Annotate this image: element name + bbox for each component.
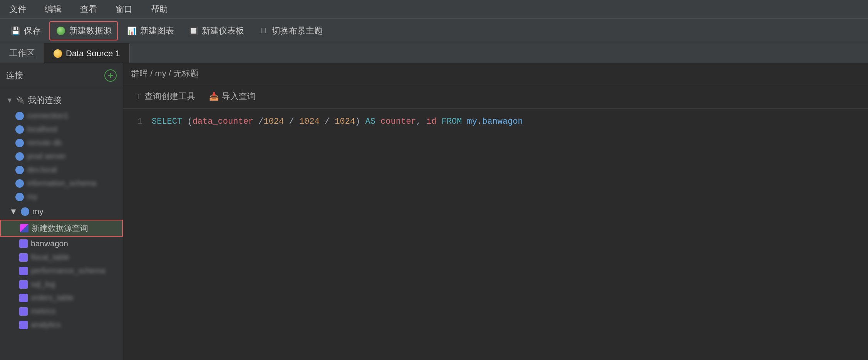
content-area: 群晖 / my / 无标题 ⊤ 查询创建工具 📥 导入查询 1 SELECT (…: [123, 63, 868, 360]
connection-item-4[interactable]: prod server: [0, 150, 123, 163]
save-button[interactable]: 💾 保存: [5, 22, 46, 40]
new-dashboard-button[interactable]: 🔲 新建仪表板: [183, 22, 250, 40]
connection-name-2: localhost: [27, 125, 57, 134]
sidebar: 连接 + ▼ 🔌 我的连接 connection1 localhost: [0, 63, 123, 360]
new-dashboard-label: 新建仪表板: [202, 25, 244, 37]
db-icon-7: [15, 193, 24, 201]
toolbar: 💾 保存 新建数据源 📊 新建图表 🔲 新建仪表板 🖥 切换布景主题: [0, 19, 868, 43]
menu-edit[interactable]: 编辑: [42, 2, 65, 17]
datasource-tab-icon: [54, 49, 62, 58]
connection-name-4: prod server: [27, 152, 66, 161]
connection-name-3: remote db: [27, 138, 62, 147]
table-icon-6: [19, 307, 28, 316]
new-dashboard-icon: 🔲: [188, 25, 199, 36]
connection-name-1: connection1: [27, 111, 69, 120]
table-item-3[interactable]: performance_schema: [0, 264, 123, 278]
db-expand-icon: ▼: [9, 207, 18, 217]
sidebar-header: 连接 +: [0, 63, 123, 88]
table-name-2: fiscal_table: [31, 253, 69, 262]
connections-folder-icon: 🔌: [16, 96, 25, 104]
sql-editor[interactable]: 1 SELECT (data_counter /1024 / 1024 / 10…: [123, 109, 868, 360]
workspace-tab-label: 工作区: [9, 47, 35, 59]
connection-item-3[interactable]: remote db: [0, 136, 123, 150]
new-datasource-button[interactable]: 新建数据源: [49, 21, 118, 40]
switch-theme-label: 切换布景主题: [272, 25, 323, 37]
tab-workspace[interactable]: 工作区: [0, 43, 44, 63]
db-icon-5: [15, 166, 24, 174]
new-query-icon: [20, 224, 28, 232]
code-line-1: 1 SELECT (data_counter /1024 / 1024 / 10…: [131, 115, 860, 128]
menubar: 文件 编辑 查看 窗口 帮助: [0, 0, 868, 19]
new-datasource-label: 新建数据源: [69, 25, 112, 37]
add-icon: +: [108, 70, 113, 81]
main-layout: 连接 + ▼ 🔌 我的连接 connection1 localhost: [0, 63, 868, 360]
table-item-5[interactable]: orders_table: [0, 291, 123, 304]
db-icon-1: [15, 112, 24, 120]
connection-item-7[interactable]: my: [0, 190, 123, 204]
breadcrumb-text: 群晖 / my / 无标题: [131, 69, 199, 78]
table-item-2[interactable]: fiscal_table: [0, 251, 123, 264]
new-query-label: 新建数据源查询: [32, 223, 88, 234]
table-name-4: sql_log: [31, 280, 55, 289]
switch-theme-icon: 🖥: [258, 25, 269, 36]
tabbar: 工作区 Data Source 1: [0, 43, 868, 63]
table-banwagon-item[interactable]: banwagon: [0, 237, 123, 251]
breadcrumb: 群晖 / my / 无标题: [123, 63, 868, 84]
my-connections-label: 我的连接: [28, 94, 62, 106]
query-builder-button[interactable]: ⊤ 查询创建工具: [131, 88, 199, 104]
expand-icon: ▼: [6, 96, 13, 104]
table-name-label: banwagon: [31, 239, 68, 248]
db-icon-3: [15, 139, 24, 147]
add-connection-button[interactable]: +: [104, 69, 117, 82]
new-datasource-icon: [55, 25, 66, 36]
table-name-5: orders_table: [31, 293, 74, 302]
menu-view[interactable]: 查看: [77, 2, 100, 17]
table-icon-5: [19, 294, 28, 302]
tab-datasource1[interactable]: Data Source 1: [44, 43, 130, 63]
table-item-4[interactable]: sql_log: [0, 278, 123, 291]
connection-name-7: my: [27, 192, 37, 201]
table-name-6: metrics: [31, 307, 55, 316]
connections-label: 连接: [6, 70, 23, 81]
connection-name-6: information_schema: [27, 179, 96, 188]
table-name-7: analytics: [31, 320, 61, 329]
connection-item-6[interactable]: information_schema: [0, 177, 123, 190]
menu-help[interactable]: 帮助: [148, 2, 171, 17]
db-icon-2: [15, 125, 24, 134]
connection-name-5: dev.local: [27, 165, 57, 174]
sidebar-tree: ▼ 🔌 我的连接 connection1 localhost remote db…: [0, 88, 123, 360]
table-item-7[interactable]: analytics: [0, 318, 123, 331]
my-connections-section[interactable]: ▼ 🔌 我的连接: [0, 91, 123, 109]
save-icon: 💾: [10, 25, 21, 36]
new-chart-icon: 📊: [126, 25, 137, 36]
new-chart-label: 新建图表: [140, 25, 174, 37]
connection-item-2[interactable]: localhost: [0, 123, 123, 136]
table-icon-2: [19, 253, 28, 262]
save-label: 保存: [24, 25, 41, 37]
datasource-tab-label: Data Source 1: [66, 49, 120, 59]
import-query-icon: 📥: [209, 92, 219, 101]
menu-window[interactable]: 窗口: [112, 2, 136, 17]
table-icon-4: [19, 280, 28, 289]
new-chart-button[interactable]: 📊 新建图表: [121, 22, 179, 40]
menu-file[interactable]: 文件: [6, 2, 29, 17]
db-icon-6: [15, 179, 24, 188]
content-actions: ⊤ 查询创建工具 📥 导入查询: [123, 84, 868, 109]
query-builder-icon: ⊤: [135, 92, 141, 101]
table-icon: [19, 239, 28, 248]
table-item-6[interactable]: metrics: [0, 304, 123, 318]
db-my-icon: [21, 207, 29, 216]
new-datasource-query-item[interactable]: 新建数据源查询: [0, 220, 123, 237]
line-number-1: 1: [131, 115, 142, 128]
query-builder-label: 查询创建工具: [144, 91, 195, 102]
table-icon-3: [19, 267, 28, 275]
connection-item-1[interactable]: connection1: [0, 109, 123, 123]
table-name-3: performance_schema: [31, 266, 105, 275]
db-icon-4: [15, 152, 24, 161]
switch-theme-button[interactable]: 🖥 切换布景主题: [253, 22, 328, 40]
import-query-button[interactable]: 📥 导入查询: [205, 88, 260, 104]
table-icon-7: [19, 321, 28, 329]
db-my-section[interactable]: ▼ my: [0, 204, 123, 220]
sql-text: SELECT (data_counter /1024 / 1024 / 1024…: [152, 115, 523, 128]
connection-item-5[interactable]: dev.local: [0, 163, 123, 177]
